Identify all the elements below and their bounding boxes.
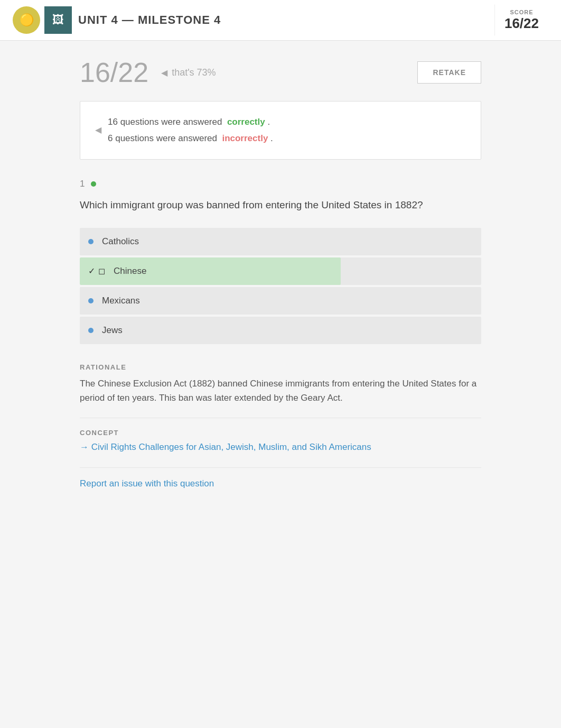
report-issue-link[interactable]: Report an issue with this question — [80, 478, 214, 489]
rationale-section: RATIONALE The Chinese Exclusion Act (188… — [80, 363, 481, 405]
rationale-text: The Chinese Exclusion Act (1882) banned … — [80, 376, 481, 405]
option-dot-catholics-icon — [88, 239, 94, 244]
score-label: SCORE — [504, 9, 539, 15]
option-content-catholics: Catholics — [80, 236, 481, 247]
option-mexicans[interactable]: Mexicans — [80, 287, 481, 315]
logo-square-icon: 🖼 — [44, 6, 72, 34]
answer-summary-lines: 16 questions were answered correctly . 6… — [108, 114, 273, 146]
option-label-chinese: Chinese — [114, 266, 146, 277]
period1: . — [267, 117, 270, 127]
report-section: Report an issue with this question — [80, 478, 481, 489]
option-bar-chinese: ✓ ◻ Chinese — [80, 257, 481, 285]
option-jews[interactable]: Jews — [80, 317, 481, 344]
option-content-jews: Jews — [80, 325, 481, 336]
divider2 — [80, 467, 481, 468]
percent-text: that's 73% — [172, 67, 216, 78]
answer-options: Catholics ✓ ◻ Chinese — [80, 228, 481, 344]
question-text: Which immigrant group was banned from en… — [80, 198, 481, 213]
check-icon: ✓ — [88, 266, 95, 276]
option-bar-mexicans: Mexicans — [80, 287, 481, 315]
score-value: 16/22 — [504, 15, 539, 32]
retake-button[interactable]: RETAKE — [417, 61, 481, 84]
question-status-dot-icon — [91, 181, 96, 187]
option-bar-catholics: Catholics — [80, 228, 481, 255]
concept-link[interactable]: → Civil Rights Challenges for Asian, Jew… — [80, 442, 371, 452]
logo-group: 🟡 🖼 — [13, 6, 72, 34]
correctly-word: correctly — [227, 117, 265, 127]
big-score: 16/22 — [80, 57, 148, 88]
score-summary-row: 16/22 ◀ that's 73% RETAKE — [80, 57, 481, 88]
percent-arrow-icon: ◀ — [161, 68, 167, 78]
answer-summary-box: ◀ 16 questions were answered correctly .… — [80, 101, 481, 160]
period2: . — [270, 133, 273, 143]
score-box: SCORE 16/22 — [494, 5, 548, 36]
option-dot-jews-icon — [88, 328, 94, 333]
option-chinese[interactable]: ✓ ◻ Chinese — [80, 257, 481, 285]
option-label-catholics: Catholics — [102, 236, 139, 247]
correct-count: 16 questions were answered — [108, 117, 222, 127]
selected-icon: ◻ — [98, 266, 105, 276]
incorrect-count: 6 questions were answered — [108, 133, 217, 143]
option-label-mexicans: Mexicans — [102, 296, 140, 306]
option-catholics[interactable]: Catholics — [80, 228, 481, 255]
summary-icon: ◀ — [95, 123, 101, 138]
option-dot-mexicans-icon — [88, 298, 94, 303]
question-number-row: 1 — [80, 179, 481, 189]
correct-line: 16 questions were answered correctly . — [108, 114, 273, 131]
main-content: 16/22 ◀ that's 73% RETAKE ◀ 16 questions… — [69, 41, 492, 505]
answer-summary-row: ◀ 16 questions were answered correctly .… — [95, 114, 466, 146]
logo-circle-icon: 🟡 — [13, 6, 40, 34]
header: 🟡 🖼 UNIT 4 — MILESTONE 4 SCORE 16/22 — [0, 0, 561, 41]
divider1 — [80, 418, 481, 418]
question-number: 1 — [80, 179, 85, 189]
option-bar-jews: Jews — [80, 317, 481, 344]
option-content-mexicans: Mexicans — [80, 296, 481, 306]
option-icons-chinese: ✓ ◻ — [88, 266, 105, 276]
rationale-heading: RATIONALE — [80, 363, 481, 371]
page-title: UNIT 4 — MILESTONE 4 — [78, 13, 221, 27]
concept-heading: CONCEPT — [80, 429, 481, 437]
option-label-jews: Jews — [102, 325, 123, 336]
score-percent-group: ◀ that's 73% — [161, 67, 216, 78]
concept-section: CONCEPT → Civil Rights Challenges for As… — [80, 429, 481, 453]
incorrectly-word: incorrectly — [222, 133, 268, 143]
option-content-chinese: ✓ ◻ Chinese — [80, 266, 481, 277]
incorrect-line: 6 questions were answered incorrectly . — [108, 131, 273, 147]
